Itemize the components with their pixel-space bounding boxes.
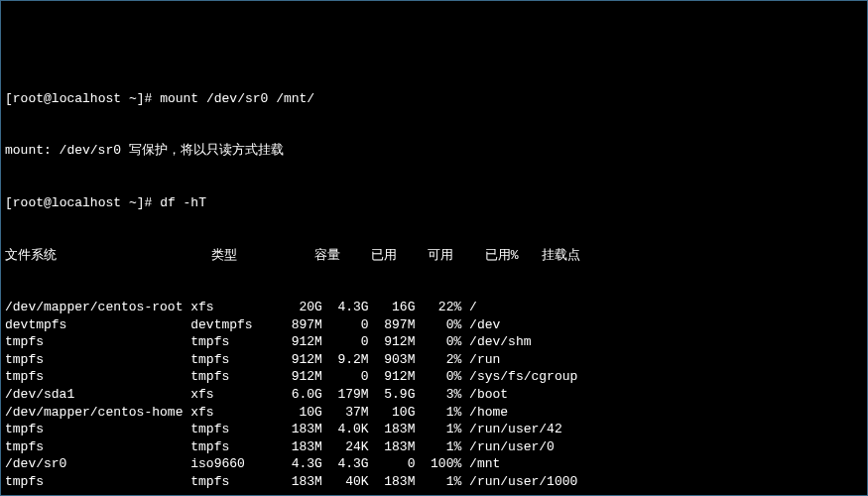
- df-row: /dev/mapper/centos-root xfs 20G 4.3G 16G…: [5, 299, 863, 316]
- prompt-line-df[interactable]: [root@localhost ~]# df -hT: [5, 194, 863, 212]
- df-table-body: /dev/mapper/centos-root xfs 20G 4.3G 16G…: [5, 299, 863, 490]
- cmd-mount: mount /dev/sr0 /mnt/: [160, 91, 314, 106]
- df-header: 文件系统 类型 容量 已用 可用 已用% 挂载点: [5, 247, 863, 265]
- df-row: tmpfs tmpfs 183M 24K 183M 1% /run/user/0: [5, 438, 863, 456]
- df-row: devtmpfs devtmpfs 897M 0 897M 0% /dev: [5, 316, 863, 334]
- cmd-df: df -hT: [160, 195, 206, 210]
- df-row: /dev/sr0 iso9660 4.3G 4.3G 0 100% /mnt: [5, 455, 863, 473]
- mount-response: mount: /dev/sr0 写保护，将以只读方式挂载: [5, 142, 863, 160]
- df-row: tmpfs tmpfs 912M 9.2M 903M 2% /run: [5, 351, 863, 369]
- df-row: /dev/mapper/centos-home xfs 10G 37M 10G …: [5, 404, 863, 422]
- df-row: tmpfs tmpfs 183M 4.0K 183M 1% /run/user/…: [5, 421, 863, 438]
- df-row: tmpfs tmpfs 912M 0 912M 0% /dev/shm: [5, 333, 863, 351]
- df-row: /dev/sda1 xfs 6.0G 179M 5.9G 3% /boot: [5, 386, 863, 404]
- prompt-line-mount[interactable]: [root@localhost ~]# mount /dev/sr0 /mnt/: [5, 90, 863, 108]
- df-row: tmpfs tmpfs 183M 40K 183M 1% /run/user/1…: [5, 473, 863, 491]
- df-row: tmpfs tmpfs 912M 0 912M 0% /sys/fs/cgrou…: [5, 368, 863, 386]
